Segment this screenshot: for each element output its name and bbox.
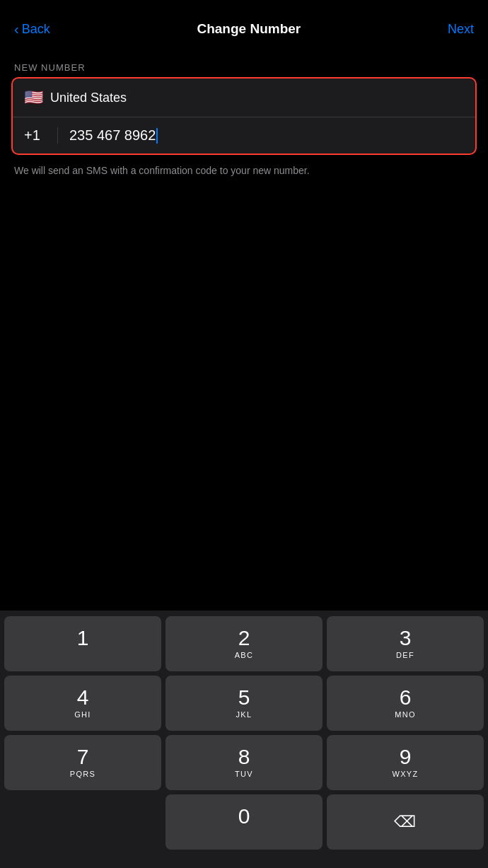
delete-button[interactable]: ⌫ (327, 794, 484, 850)
key-5[interactable]: 5 JKL (165, 676, 323, 731)
country-selector[interactable]: 🇺🇸 United States (13, 79, 475, 117)
key-7[interactable]: 7 PQRS (4, 735, 161, 790)
back-button[interactable]: ‹ Back (14, 22, 50, 37)
page-title: Change Number (197, 21, 301, 37)
back-label: Back (22, 22, 50, 37)
keypad-row-3: 7 PQRS 8 TUV 9 WXYZ (4, 735, 484, 790)
key-6[interactable]: 6 MNO (327, 676, 484, 731)
key-empty (4, 794, 161, 850)
key-2[interactable]: 2 ABC (165, 616, 323, 671)
delete-icon: ⌫ (394, 813, 416, 831)
key-9[interactable]: 9 WXYZ (327, 735, 484, 790)
key-8[interactable]: 8 TUV (165, 735, 323, 790)
phone-number-value: 235 467 8962 (69, 127, 156, 144)
key-3[interactable]: 3 DEF (327, 616, 484, 671)
next-button[interactable]: Next (448, 22, 474, 37)
key-0[interactable]: 0 (165, 794, 323, 850)
flag-icon: 🇺🇸 (24, 88, 43, 107)
header: ‹ Back Change Number Next (0, 0, 488, 55)
number-input-row: +1 235 467 8962 (13, 117, 475, 154)
country-name: United States (50, 91, 127, 105)
text-cursor (156, 128, 158, 144)
section-label: NEW NUMBER (0, 55, 488, 77)
keypad: 1 2 ABC 3 DEF 4 GHI 5 JKL 6 MNO 7 PQRS (0, 611, 488, 868)
key-4[interactable]: 4 GHI (4, 676, 161, 731)
phone-number-field[interactable]: 235 467 8962 (58, 127, 464, 144)
keypad-row-2: 4 GHI 5 JKL 6 MNO (4, 676, 484, 731)
info-text: We will send an SMS with a confirmation … (0, 155, 488, 187)
key-1[interactable]: 1 (4, 616, 161, 671)
phone-input-box[interactable]: 🇺🇸 United States +1 235 467 8962 (11, 77, 477, 155)
keypad-row-1: 1 2 ABC 3 DEF (4, 616, 484, 671)
country-code: +1 (24, 127, 58, 144)
chevron-left-icon: ‹ (14, 22, 19, 36)
keypad-row-4: 0 ⌫ (4, 794, 484, 850)
